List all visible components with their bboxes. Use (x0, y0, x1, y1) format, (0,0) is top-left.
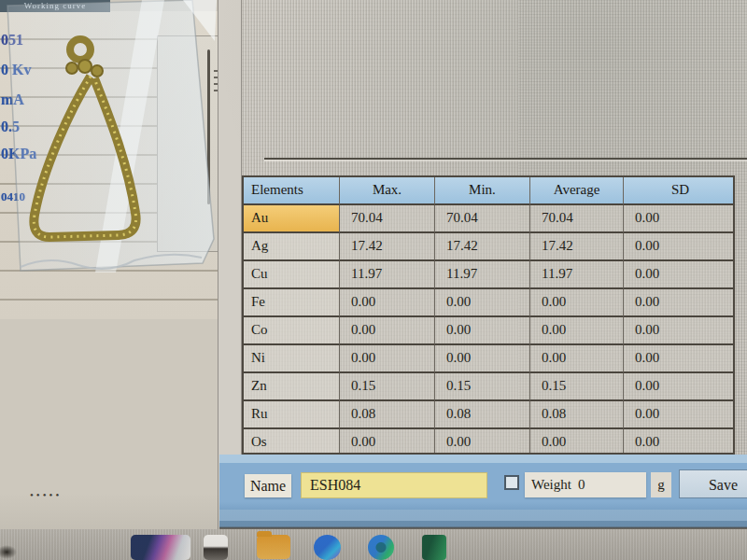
grams-unit-label: g (651, 472, 671, 497)
min-value-cell: 0.00 (435, 429, 530, 455)
max-value-cell: 0.15 (340, 373, 435, 401)
element-cell[interactable]: Ru (244, 401, 340, 429)
element-cell[interactable]: Au (244, 205, 340, 233)
column-header-max: Max. (340, 177, 435, 205)
folder-icon[interactable] (257, 535, 290, 559)
edge-browser-icon[interactable] (314, 535, 341, 560)
partial-taskbar-icon (0, 545, 17, 559)
footer-bar: Name Weight0 g Save (219, 455, 747, 510)
min-value-cell: 0.08 (435, 401, 530, 429)
min-value-cell: 0.00 (435, 345, 530, 373)
weight-checkbox[interactable] (504, 475, 519, 490)
sd-value-cell: 0.00 (624, 401, 735, 429)
min-value-cell: 0.15 (435, 373, 530, 401)
column-header-sd: SD (624, 177, 735, 205)
pendant-knot (66, 63, 78, 74)
results-table: Elements Max. Min. Average SD Au 70.04 7… (242, 175, 735, 455)
sd-value-cell: 0.00 (624, 205, 735, 233)
min-value-cell: 17.42 (435, 233, 530, 261)
sd-value-cell: 0.00 (624, 233, 735, 261)
average-value-cell: 11.97 (530, 261, 624, 289)
save-button[interactable]: Save (679, 469, 747, 498)
desktop-dots: ••••• (30, 489, 62, 500)
sd-value-cell: 0.00 (624, 345, 735, 373)
sd-value-cell: 0.00 (624, 317, 735, 345)
panel-divider (218, 0, 242, 529)
element-cell[interactable]: Zn (244, 373, 340, 401)
min-value-cell: 70.04 (435, 205, 530, 233)
max-value-cell: 0.00 (340, 317, 435, 345)
pendant-knot (78, 60, 92, 73)
average-value-cell: 17.42 (530, 233, 624, 261)
pendant-knot (92, 65, 103, 77)
sd-value-cell: 0.00 (624, 429, 735, 455)
average-value-cell: 0.00 (530, 317, 624, 345)
weight-label: Weight (531, 477, 571, 492)
element-cell[interactable]: Fe (244, 289, 340, 317)
taskbar (0, 529, 747, 560)
sd-value-cell: 0.00 (624, 373, 735, 401)
name-label: Name (245, 474, 291, 497)
gold-pendant-in-bag-photo (0, 0, 218, 280)
sd-value-cell: 0.00 (624, 261, 735, 289)
excel-icon[interactable] (422, 535, 446, 560)
average-value-cell: 70.04 (530, 205, 624, 233)
window-bottom-edge (219, 510, 747, 529)
xrf-analyzer-screen: Working curve 051 0 Kv mA 0.5 0KPa 0410 (0, 0, 747, 560)
average-value-cell: 0.15 (530, 373, 624, 401)
max-value-cell: 0.00 (340, 429, 435, 455)
screenshot-app-icon[interactable] (204, 535, 228, 560)
element-cell[interactable]: Ag (244, 233, 340, 261)
skype-icon[interactable] (368, 535, 394, 560)
max-value-cell: 0.00 (340, 289, 435, 317)
min-value-cell: 0.00 (435, 289, 530, 317)
weight-value: 0 (578, 477, 585, 492)
column-header-elements: Elements (244, 177, 340, 205)
column-header-average: Average (530, 177, 624, 205)
max-value-cell: 70.04 (340, 205, 435, 233)
average-value-cell: 0.00 (530, 345, 624, 373)
sd-value-cell: 0.00 (624, 289, 735, 317)
max-value-cell: 11.97 (340, 261, 435, 289)
max-value-cell: 0.08 (340, 401, 435, 429)
column-header-min: Min. (435, 177, 530, 205)
element-cell[interactable]: Cu (244, 261, 340, 289)
average-value-cell: 0.00 (530, 429, 624, 455)
element-cell[interactable]: Co (244, 317, 340, 345)
name-input[interactable] (301, 472, 487, 498)
min-value-cell: 0.00 (435, 317, 530, 345)
element-cell[interactable]: Ni (244, 345, 340, 373)
max-value-cell: 0.00 (340, 345, 435, 373)
average-value-cell: 0.08 (530, 401, 624, 429)
element-cell[interactable]: Os (244, 429, 340, 455)
average-value-cell: 0.00 (530, 289, 624, 317)
weight-input[interactable]: Weight0 (525, 472, 646, 497)
photos-app-icon[interactable] (131, 535, 190, 560)
sample-photo-panel: Working curve 051 0 Kv mA 0.5 0KPa 0410 (0, 0, 218, 529)
min-value-cell: 11.97 (435, 261, 530, 289)
section-divider-line (264, 158, 747, 160)
max-value-cell: 17.42 (340, 233, 435, 261)
